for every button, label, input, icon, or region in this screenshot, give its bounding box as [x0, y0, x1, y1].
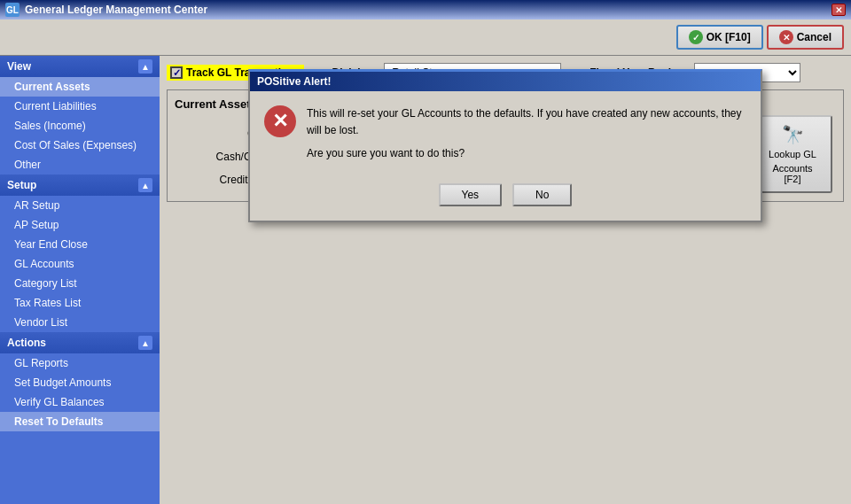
app-icon: GL	[5, 3, 20, 17]
sidebar-item-verify-balances[interactable]: Verify GL Balances	[0, 392, 160, 412]
ok-button[interactable]: ✓ OK [F10]	[676, 25, 763, 50]
sidebar-item-current-liabilities[interactable]: Current Liabilities	[0, 97, 160, 116]
sidebar-item-category-list[interactable]: Category List	[0, 274, 160, 293]
view-collapse-icon: ▲	[138, 59, 152, 74]
sidebar-item-year-end-close[interactable]: Year End Close	[0, 235, 160, 254]
track-gl-checkbox[interactable]	[170, 66, 183, 79]
sidebar-item-tax-rates-list[interactable]: Tax Rates List	[0, 293, 160, 313]
yes-button[interactable]: Yes	[439, 183, 503, 206]
alert-line1: This will re-set your GL Accounts to the…	[307, 105, 746, 139]
toolbar: ✓ OK [F10] ✕ Cancel	[0, 19, 851, 56]
setup-collapse-icon: ▲	[138, 178, 152, 192]
main-content: Track GL Transactions Division: Retail S…	[160, 56, 851, 504]
alert-line2: Are you sure you want to do this?	[307, 145, 746, 162]
sidebar-item-cost-of-sales[interactable]: Cost Of Sales (Expenses)	[0, 136, 160, 155]
sidebar-item-sales-income[interactable]: Sales (Income)	[0, 116, 160, 136]
alert-text: This will re-set your GL Accounts to the…	[307, 105, 746, 162]
alert-title-bar: POSitive Alert!	[250, 72, 761, 91]
assets-panel: Current Assets: Account Numbers Cash Reg…	[167, 89, 844, 202]
sidebar-item-vendor-list[interactable]: Vendor List	[0, 313, 160, 332]
alert-buttons: Yes No	[250, 176, 761, 221]
sidebar-item-other[interactable]: Other	[0, 155, 160, 174]
ok-check-icon: ✓	[689, 30, 703, 44]
sidebar-item-gl-accounts[interactable]: GL Accounts	[0, 254, 160, 274]
no-button[interactable]: No	[512, 183, 572, 206]
alert-content: ✕ This will re-set your GL Accounts to t…	[250, 91, 761, 176]
setup-section-header[interactable]: Setup ▲	[0, 174, 160, 196]
window-title: General Ledger Management Center	[25, 4, 207, 16]
sidebar-item-ap-setup[interactable]: AP Setup	[0, 215, 160, 235]
sidebar: View ▲ Current Assets Current Liabilitie…	[0, 56, 160, 504]
sidebar-item-current-assets[interactable]: Current Assets	[0, 77, 160, 97]
title-bar: GL General Ledger Management Center ✕	[0, 0, 851, 19]
sidebar-item-gl-reports[interactable]: GL Reports	[0, 353, 160, 373]
window-close-button[interactable]: ✕	[831, 4, 846, 16]
cancel-x-icon: ✕	[779, 30, 793, 44]
cancel-button[interactable]: ✕ Cancel	[767, 25, 844, 50]
view-section-header[interactable]: View ▲	[0, 56, 160, 77]
alert-overlay: POSitive Alert! ✕ This will re-set your …	[168, 90, 843, 201]
alert-dialog: POSitive Alert! ✕ This will re-set your …	[248, 69, 762, 222]
content-area: View ▲ Current Assets Current Liabilitie…	[0, 56, 851, 504]
alert-title: POSitive Alert!	[257, 75, 332, 88]
actions-section-header[interactable]: Actions ▲	[0, 332, 160, 353]
actions-collapse-icon: ▲	[138, 336, 152, 350]
sidebar-item-set-budget[interactable]: Set Budget Amounts	[0, 373, 160, 392]
sidebar-item-ar-setup[interactable]: AR Setup	[0, 196, 160, 215]
error-icon: ✕	[264, 105, 296, 137]
main-window: ✓ OK [F10] ✕ Cancel View ▲ Current Asset…	[0, 19, 851, 504]
sidebar-item-reset-defaults[interactable]: Reset To Defaults	[0, 412, 160, 431]
